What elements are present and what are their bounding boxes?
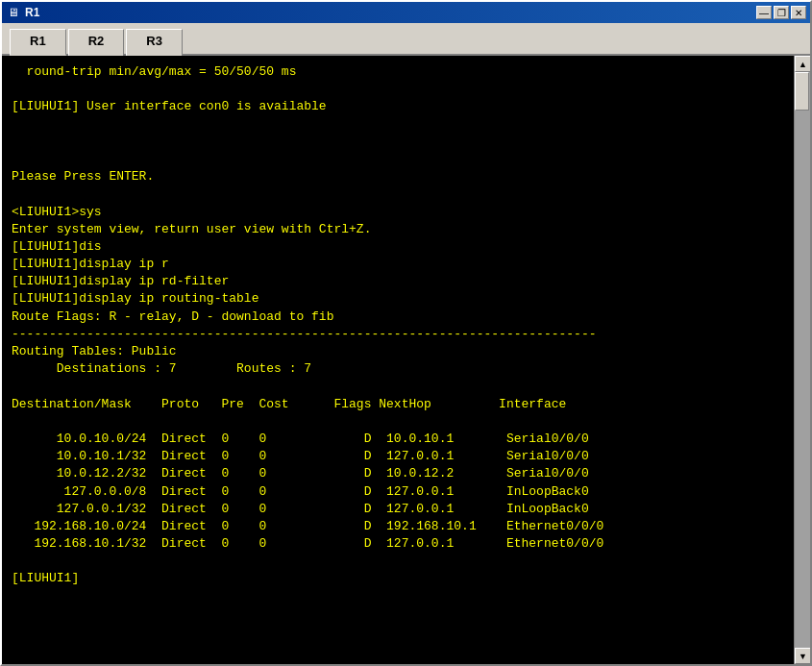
content-area: round-trip min/avg/max = 50/50/50 ms [LI… (2, 56, 810, 664)
close-button[interactable]: ✕ (791, 6, 806, 19)
window-icon: 🖥 (6, 5, 21, 20)
main-window: 🖥 R1 — ❐ ✕ R1 R2 R3 round-trip min/avg/m… (0, 0, 812, 666)
tab-r1[interactable]: R1 (10, 29, 66, 56)
scroll-track[interactable] (795, 72, 810, 648)
minimize-button[interactable]: — (756, 6, 772, 19)
scroll-up-button[interactable]: ▲ (795, 56, 810, 72)
terminal-output[interactable]: round-trip min/avg/max = 50/50/50 ms [LI… (2, 56, 794, 664)
scrollbar: ▲ ▼ (794, 56, 810, 664)
title-bar-left: 🖥 R1 (6, 5, 39, 20)
title-buttons: — ❐ ✕ (756, 6, 806, 19)
window-title: R1 (25, 6, 39, 19)
tab-r3[interactable]: R3 (126, 29, 183, 56)
tab-bar: R1 R2 R3 (2, 23, 810, 56)
scroll-down-button[interactable]: ▼ (795, 648, 810, 664)
tab-r2[interactable]: R2 (68, 29, 125, 56)
title-bar: 🖥 R1 — ❐ ✕ (2, 2, 810, 23)
scroll-thumb[interactable] (795, 72, 809, 111)
restore-button[interactable]: ❐ (774, 6, 789, 19)
